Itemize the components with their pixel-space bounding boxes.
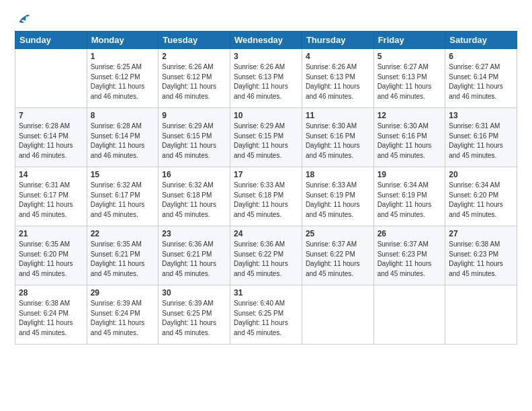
cell-info: Sunrise: 6:28 AM Sunset: 6:14 PM Dayligh… (19, 122, 83, 161)
header-sunday: Sunday (15, 32, 87, 49)
day-number: 25 (306, 229, 370, 238)
calendar-cell: 24Sunrise: 6:36 AM Sunset: 6:22 PM Dayli… (230, 226, 302, 285)
day-number: 18 (306, 170, 370, 179)
calendar-header-row: SundayMondayTuesdayWednesdayThursdayFrid… (15, 32, 517, 49)
day-number: 9 (162, 111, 226, 120)
calendar-cell: 7Sunrise: 6:28 AM Sunset: 6:14 PM Daylig… (15, 108, 87, 167)
calendar-cell: 2Sunrise: 6:26 AM Sunset: 6:12 PM Daylig… (159, 49, 230, 108)
header-thursday: Thursday (302, 32, 373, 49)
calendar-cell: 15Sunrise: 6:32 AM Sunset: 6:17 PM Dayli… (87, 167, 159, 226)
calendar-cell: 30Sunrise: 6:39 AM Sunset: 6:25 PM Dayli… (159, 285, 230, 345)
cell-info: Sunrise: 6:35 AM Sunset: 6:20 PM Dayligh… (19, 240, 83, 279)
cell-info: Sunrise: 6:27 AM Sunset: 6:14 PM Dayligh… (449, 62, 513, 101)
calendar-cell: 13Sunrise: 6:31 AM Sunset: 6:16 PM Dayli… (445, 108, 517, 167)
calendar-cell: 31Sunrise: 6:40 AM Sunset: 6:25 PM Dayli… (230, 285, 302, 345)
calendar-week-row: 21Sunrise: 6:35 AM Sunset: 6:20 PM Dayli… (15, 226, 517, 285)
calendar-cell (445, 285, 517, 345)
day-number: 11 (306, 111, 370, 120)
header-friday: Friday (373, 32, 445, 49)
calendar-cell: 9Sunrise: 6:29 AM Sunset: 6:15 PM Daylig… (159, 108, 230, 167)
calendar-cell: 6Sunrise: 6:27 AM Sunset: 6:14 PM Daylig… (445, 49, 517, 108)
calendar-cell: 18Sunrise: 6:33 AM Sunset: 6:19 PM Dayli… (302, 167, 373, 226)
cell-info: Sunrise: 6:26 AM Sunset: 6:13 PM Dayligh… (306, 62, 370, 101)
day-number: 24 (234, 229, 298, 238)
cell-info: Sunrise: 6:36 AM Sunset: 6:21 PM Dayligh… (162, 240, 226, 279)
day-number: 8 (91, 111, 155, 120)
calendar-week-row: 7Sunrise: 6:28 AM Sunset: 6:14 PM Daylig… (15, 108, 517, 167)
day-number: 14 (19, 170, 83, 179)
day-number: 27 (449, 229, 513, 238)
cell-info: Sunrise: 6:32 AM Sunset: 6:18 PM Dayligh… (162, 181, 226, 220)
cell-info: Sunrise: 6:31 AM Sunset: 6:16 PM Dayligh… (449, 122, 513, 161)
day-number: 7 (19, 111, 83, 120)
cell-info: Sunrise: 6:29 AM Sunset: 6:15 PM Dayligh… (234, 122, 298, 161)
calendar-cell: 22Sunrise: 6:35 AM Sunset: 6:21 PM Dayli… (87, 226, 159, 285)
day-number: 29 (91, 288, 155, 298)
cell-info: Sunrise: 6:38 AM Sunset: 6:24 PM Dayligh… (19, 299, 83, 338)
calendar-cell: 28Sunrise: 6:38 AM Sunset: 6:24 PM Dayli… (15, 285, 87, 345)
calendar-week-row: 1Sunrise: 6:25 AM Sunset: 6:12 PM Daylig… (15, 49, 517, 108)
cell-info: Sunrise: 6:27 AM Sunset: 6:13 PM Dayligh… (378, 62, 442, 101)
day-number: 1 (91, 52, 155, 61)
day-number: 28 (19, 288, 83, 298)
cell-info: Sunrise: 6:38 AM Sunset: 6:23 PM Dayligh… (449, 240, 513, 279)
day-number: 12 (378, 111, 442, 120)
cell-info: Sunrise: 6:30 AM Sunset: 6:16 PM Dayligh… (378, 122, 442, 161)
cell-info: Sunrise: 6:33 AM Sunset: 6:19 PM Dayligh… (306, 181, 370, 220)
day-number: 15 (91, 170, 155, 179)
cell-info: Sunrise: 6:34 AM Sunset: 6:20 PM Dayligh… (449, 181, 513, 220)
day-number: 16 (162, 170, 226, 179)
calendar-cell: 19Sunrise: 6:34 AM Sunset: 6:19 PM Dayli… (373, 167, 445, 226)
day-number: 20 (449, 170, 513, 179)
calendar-cell: 27Sunrise: 6:38 AM Sunset: 6:23 PM Dayli… (445, 226, 517, 285)
calendar-cell (15, 49, 87, 108)
calendar-cell: 12Sunrise: 6:30 AM Sunset: 6:16 PM Dayli… (373, 108, 445, 167)
logo-bird-icon (16, 12, 31, 27)
header-wednesday: Wednesday (230, 32, 302, 49)
cell-info: Sunrise: 6:32 AM Sunset: 6:17 PM Dayligh… (91, 181, 155, 220)
calendar-cell: 23Sunrise: 6:36 AM Sunset: 6:21 PM Dayli… (159, 226, 230, 285)
day-number: 2 (162, 52, 226, 61)
day-number: 10 (234, 111, 298, 120)
calendar-week-row: 14Sunrise: 6:31 AM Sunset: 6:17 PM Dayli… (15, 167, 517, 226)
day-number: 19 (378, 170, 442, 179)
cell-info: Sunrise: 6:40 AM Sunset: 6:25 PM Dayligh… (234, 299, 298, 338)
header-saturday: Saturday (445, 32, 517, 49)
calendar-cell: 21Sunrise: 6:35 AM Sunset: 6:20 PM Dayli… (15, 226, 87, 285)
cell-info: Sunrise: 6:28 AM Sunset: 6:14 PM Dayligh… (91, 122, 155, 161)
day-number: 4 (306, 52, 370, 61)
day-number: 17 (234, 170, 298, 179)
cell-info: Sunrise: 6:26 AM Sunset: 6:12 PM Dayligh… (162, 62, 226, 101)
day-number: 5 (378, 52, 442, 61)
cell-info: Sunrise: 6:25 AM Sunset: 6:12 PM Dayligh… (91, 62, 155, 101)
calendar-cell: 14Sunrise: 6:31 AM Sunset: 6:17 PM Dayli… (15, 167, 87, 226)
cell-info: Sunrise: 6:26 AM Sunset: 6:13 PM Dayligh… (234, 62, 298, 101)
day-number: 30 (162, 288, 226, 298)
cell-info: Sunrise: 6:39 AM Sunset: 6:24 PM Dayligh… (91, 299, 155, 338)
calendar-cell: 11Sunrise: 6:30 AM Sunset: 6:16 PM Dayli… (302, 108, 373, 167)
calendar-cell: 10Sunrise: 6:29 AM Sunset: 6:15 PM Dayli… (230, 108, 302, 167)
cell-info: Sunrise: 6:39 AM Sunset: 6:25 PM Dayligh… (162, 299, 226, 338)
day-number: 6 (449, 52, 513, 61)
calendar-cell: 16Sunrise: 6:32 AM Sunset: 6:18 PM Dayli… (159, 167, 230, 226)
cell-info: Sunrise: 6:31 AM Sunset: 6:17 PM Dayligh… (19, 181, 83, 220)
calendar-cell: 3Sunrise: 6:26 AM Sunset: 6:13 PM Daylig… (230, 49, 302, 108)
day-number: 22 (91, 229, 155, 238)
cell-info: Sunrise: 6:33 AM Sunset: 6:18 PM Dayligh… (234, 181, 298, 220)
cell-info: Sunrise: 6:34 AM Sunset: 6:19 PM Dayligh… (378, 181, 442, 220)
day-number: 21 (19, 229, 83, 238)
calendar-cell: 4Sunrise: 6:26 AM Sunset: 6:13 PM Daylig… (302, 49, 373, 108)
day-number: 23 (162, 229, 226, 238)
calendar-cell: 1Sunrise: 6:25 AM Sunset: 6:12 PM Daylig… (87, 49, 159, 108)
calendar-cell: 20Sunrise: 6:34 AM Sunset: 6:20 PM Dayli… (445, 167, 517, 226)
day-number: 3 (234, 52, 298, 61)
cell-info: Sunrise: 6:37 AM Sunset: 6:23 PM Dayligh… (378, 240, 442, 279)
calendar-week-row: 28Sunrise: 6:38 AM Sunset: 6:24 PM Dayli… (15, 285, 517, 345)
calendar-cell: 5Sunrise: 6:27 AM Sunset: 6:13 PM Daylig… (373, 49, 445, 108)
header-tuesday: Tuesday (159, 32, 230, 49)
cell-info: Sunrise: 6:35 AM Sunset: 6:21 PM Dayligh… (91, 240, 155, 279)
cell-info: Sunrise: 6:36 AM Sunset: 6:22 PM Dayligh… (234, 240, 298, 279)
calendar-cell (302, 285, 373, 345)
calendar-cell: 25Sunrise: 6:37 AM Sunset: 6:22 PM Dayli… (302, 226, 373, 285)
calendar-cell (373, 285, 445, 345)
